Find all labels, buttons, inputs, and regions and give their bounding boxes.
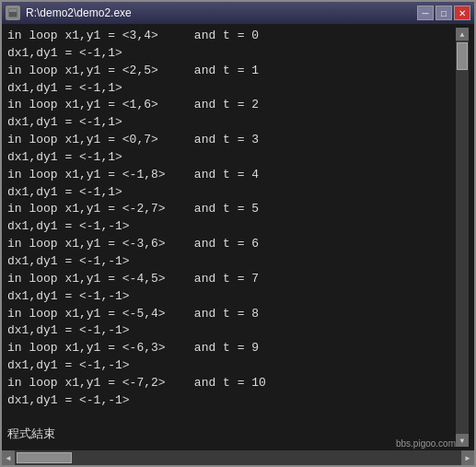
scroll-thumb[interactable] [457,42,468,70]
watermark: bbs.pigoo.com [396,438,456,449]
maximize-button[interactable]: □ [435,6,452,20]
h-scroll-thumb[interactable] [17,452,72,463]
scroll-left-button[interactable]: ◄ [2,450,15,465]
console-area: in loop x1,y1 = <3,4> and t = 0 dx1,dy1 … [2,24,474,450]
title-bar-buttons: ─ □ ✕ [417,6,470,20]
minimize-button[interactable]: ─ [417,6,434,20]
close-button[interactable]: ✕ [454,6,470,20]
scroll-right-button[interactable]: ► [461,450,474,465]
h-scroll-track[interactable] [15,450,461,465]
horizontal-scrollbar[interactable]: ◄ ► [2,450,474,465]
vertical-scrollbar[interactable]: ▲ ▼ [456,28,469,447]
window-title: R:\demo2\demo2.exe [20,6,417,19]
scroll-up-button[interactable]: ▲ [456,28,469,41]
title-bar: R:\demo2\demo2.exe ─ □ ✕ [2,2,474,24]
window-icon [6,6,20,20]
main-window: R:\demo2\demo2.exe ─ □ ✕ in loop x1,y1 =… [0,0,476,467]
scroll-down-button[interactable]: ▼ [456,434,469,447]
scroll-track[interactable] [456,41,469,434]
svg-rect-1 [9,9,17,12]
console-output: in loop x1,y1 = <3,4> and t = 0 dx1,dy1 … [7,28,456,447]
